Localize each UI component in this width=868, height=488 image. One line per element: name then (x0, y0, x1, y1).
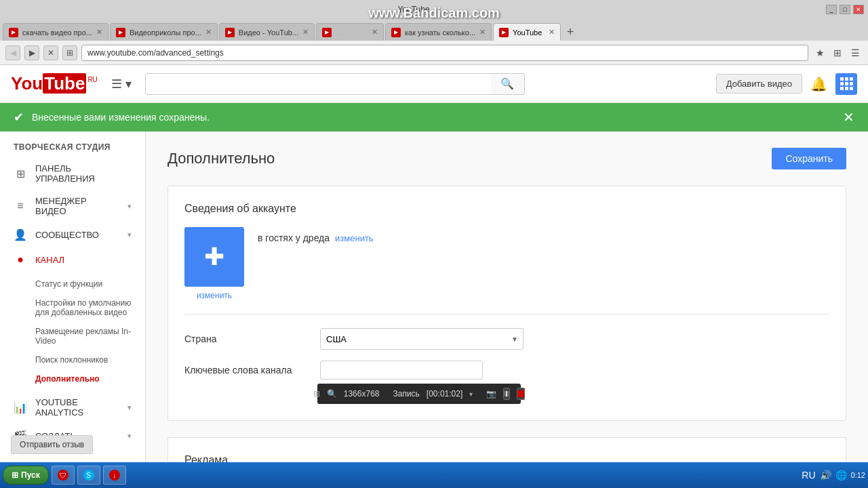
check-icon: ✔ (14, 110, 24, 125)
chevron-down-icon-3: ▾ (127, 403, 132, 412)
tab-label-1: Видеоприколы про... (130, 28, 201, 37)
keywords-row: Ключевые слова канала (184, 361, 829, 380)
tab-3[interactable]: ▶ ... ✕ (316, 23, 384, 41)
tab-close-4[interactable]: ✕ (479, 28, 486, 37)
account-name-block: в гостях у дреда изменить (258, 227, 374, 243)
tab-label-3: ... (336, 28, 368, 37)
add-video-button[interactable]: Добавить видео (716, 74, 802, 94)
tab-label-2: Видео - YouTub... (239, 28, 298, 37)
sidebar-label-community: СООБЩЕСТВО (35, 230, 119, 240)
search-button[interactable]: 🔍 (491, 73, 525, 95)
content-header: Дополнительно Сохранить (167, 148, 846, 169)
maximize-button[interactable]: □ (840, 5, 850, 14)
tray-lang: RU (802, 470, 815, 481)
sidebar-item-community[interactable]: 👤 СООБЩЕСТВО ▾ (0, 222, 145, 247)
tab-5[interactable]: ▶ YouTube ✕ (493, 23, 561, 41)
tab-close-1[interactable]: ✕ (205, 28, 212, 37)
recording-label: Запись (393, 389, 419, 399)
keywords-input[interactable] (320, 361, 483, 380)
save-button[interactable]: Сохранить (772, 148, 846, 169)
address-bar[interactable]: www.youtube.com/advanced_settings (81, 45, 808, 61)
download-icon: ↓ (109, 470, 120, 481)
sidebar-sub-defaults[interactable]: Настройки по умолчанию для добавленных в… (0, 293, 145, 322)
minimize-button[interactable]: _ (826, 5, 837, 14)
sidebar-sub-invideo[interactable]: Размещение рекламы In-Video (0, 322, 145, 350)
youtube-header: YouTube RU ☰ ▾ 🔍 Добавить видео 🔔 (0, 65, 868, 103)
notification-text: Внесенные вами изменения сохранены. (32, 112, 835, 123)
channel-submenu: Статус и функции Настройки по умолчанию … (0, 272, 145, 391)
chevron-down-icon: ▾ (127, 202, 132, 211)
extensions-icon[interactable]: ⊞ (830, 45, 845, 60)
sidebar-label-dashboard: ПАНЕЛЬ УПРАВЛЕНИЯ (35, 163, 132, 184)
sidebar-sub-advanced[interactable]: Дополнительно (0, 369, 145, 388)
back-button[interactable]: ◀ (5, 45, 20, 60)
sidebar-sub-fans[interactable]: Поиск поклонников (0, 350, 145, 369)
sidebar-title: ТВОРЧЕСКАЯ СТУДИЯ (0, 131, 145, 157)
logo-text: YouTube (11, 73, 86, 94)
bookmark-icon[interactable]: ★ (812, 45, 827, 60)
reload-button[interactable]: ✕ (43, 45, 58, 60)
tab-close-2[interactable]: ✕ (302, 28, 309, 37)
tab-favicon-5: ▶ (499, 28, 509, 37)
taskbar-icon-1: 🛡 (58, 470, 68, 481)
search-input[interactable] (145, 73, 491, 95)
account-change-link[interactable]: изменить (335, 233, 374, 243)
tab-2[interactable]: ▶ Видео - YouTub... ✕ (219, 23, 315, 41)
system-tray: RU 🔊 🌐 0:12 (802, 470, 865, 481)
country-select[interactable]: США (320, 328, 524, 350)
feedback-button[interactable]: Отправить отзыв (11, 435, 93, 454)
account-section-title: Сведения об аккаунте (184, 203, 829, 215)
header-right: Добавить видео 🔔 (716, 73, 857, 95)
new-tab-button[interactable]: + (562, 23, 578, 41)
taskbar-security-item[interactable]: 🛡 (52, 466, 75, 485)
account-info-block: ✚ изменить в гостях у дреда изменить (184, 227, 829, 300)
tab-close-5[interactable]: ✕ (549, 28, 555, 37)
notification-close-button[interactable]: ✕ (843, 109, 854, 125)
network-icon[interactable]: 🌐 (835, 470, 847, 481)
rec-camera-icon: 📷 (486, 389, 496, 399)
sidebar: ТВОРЧЕСКАЯ СТУДИЯ ⊞ ПАНЕЛЬ УПРАВЛЕНИЯ ≡ … (0, 131, 146, 462)
forward-button[interactable]: ▶ (24, 45, 39, 60)
sidebar-item-dashboard[interactable]: ⊞ ПАНЕЛЬ УПРАВЛЕНИЯ (0, 157, 145, 190)
windows-logo-icon: ⊞ (12, 470, 18, 480)
sidebar-sub-status[interactable]: Статус и функции (0, 274, 145, 293)
volume-icon[interactable]: 🔊 (820, 470, 831, 481)
apps-grid-button[interactable] (835, 73, 857, 95)
home-button[interactable]: ⊞ (62, 45, 77, 60)
close-button[interactable]: ✕ (853, 5, 864, 14)
tab-1[interactable]: ▶ Видеоприколы про... ✕ (110, 23, 218, 41)
tab-close-0[interactable]: ✕ (96, 28, 102, 37)
taskbar-skype-item[interactable]: S (77, 466, 100, 485)
country-label: Страна (184, 333, 320, 344)
tab-favicon-1: ▶ (116, 28, 125, 37)
avatar-change-link[interactable]: изменить (197, 291, 232, 300)
ads-section: Реклама Разрешить показ рекламы рядом с … (167, 437, 846, 462)
skype-icon: S (83, 470, 94, 481)
taskbar-download-item[interactable]: ↓ (103, 466, 126, 485)
menu-icon[interactable]: ☰ (848, 45, 863, 60)
rec-dropdown-icon[interactable]: ▾ (469, 390, 473, 398)
hamburger-icon[interactable]: ☰ ▾ (111, 77, 132, 92)
tab-favicon-3: ▶ (322, 28, 332, 37)
sidebar-item-channel[interactable]: ● КАНАЛ (0, 247, 145, 272)
rec-pause-button[interactable] (503, 388, 510, 400)
video-manager-icon: ≡ (14, 200, 27, 212)
youtube-logo[interactable]: YouTube RU (11, 73, 98, 94)
sidebar-item-analytics[interactable]: 📊 YOUTUBE ANALYTICS ▾ (0, 391, 145, 424)
tab-close-3[interactable]: ✕ (372, 28, 378, 37)
sidebar-item-video-manager[interactable]: ≡ МЕНЕДЖЕР ВИДЕО ▾ (0, 190, 145, 222)
notification-bell-icon[interactable]: 🔔 (810, 76, 827, 92)
keywords-label: Ключевые слова канала (184, 365, 320, 375)
start-button[interactable]: ⊞ Пуск (3, 466, 49, 485)
rec-zoom-icon: 🔍 (327, 389, 337, 399)
content-area: Дополнительно Сохранить Сведения об акка… (146, 131, 868, 462)
page-title: Дополнительно (167, 150, 275, 167)
tab-0[interactable]: ▶ скачать видео про... ✕ (3, 23, 108, 41)
tab-bar: ▶ скачать видео про... ✕ ▶ Видеоприколы … (0, 19, 868, 41)
logo-suffix: RU (87, 76, 97, 83)
taskbar: ⊞ Пуск 🛡 S ↓ RU 🔊 🌐 0:12 (0, 462, 868, 488)
rec-stop-button[interactable] (517, 388, 525, 400)
tab-4[interactable]: ▶ как узнать сколько... ✕ (385, 23, 492, 41)
tab-label-4: как узнать сколько... (405, 28, 475, 37)
search-wrap: 🔍 (145, 73, 525, 95)
